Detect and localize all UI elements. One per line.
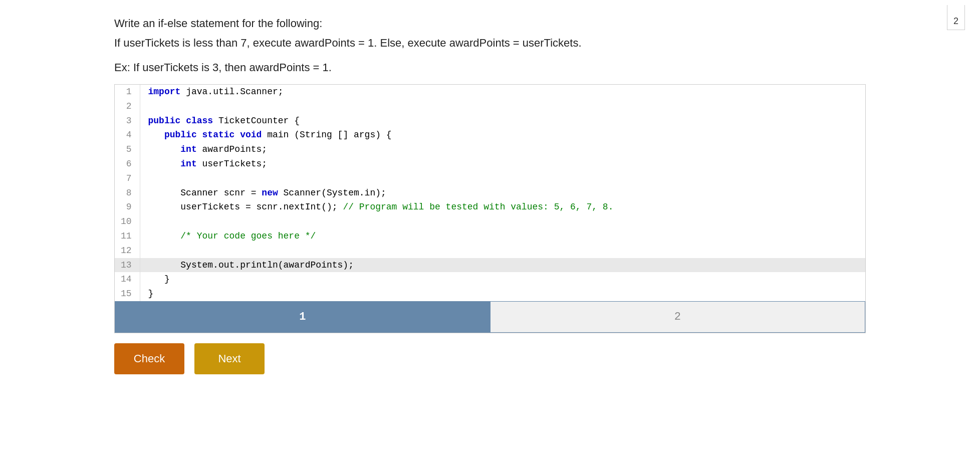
line-content: } bbox=[140, 272, 865, 287]
line-content: public static void main (String [] args)… bbox=[140, 128, 865, 142]
code-token bbox=[148, 231, 181, 241]
code-token: int bbox=[148, 144, 197, 154]
code-token: } bbox=[148, 289, 154, 299]
table-row: 2 bbox=[115, 99, 865, 114]
line-content: public class TicketCounter { bbox=[140, 114, 865, 128]
table-row: 14 } bbox=[115, 272, 865, 287]
line-content: import java.util.Scanner; bbox=[140, 85, 865, 99]
line-number: 7 bbox=[115, 171, 140, 186]
editor-tabs: 1 2 bbox=[115, 301, 865, 333]
line-content bbox=[140, 214, 865, 229]
line-content bbox=[140, 99, 865, 114]
table-row: 8 Scanner scnr = new Scanner(System.in); bbox=[115, 186, 865, 200]
code-token: static bbox=[202, 130, 235, 140]
line-number: 1 bbox=[115, 85, 140, 99]
code-token: new bbox=[262, 188, 278, 198]
line-number: 13 bbox=[115, 258, 140, 273]
code-token: public bbox=[148, 130, 197, 140]
code-token: public bbox=[148, 116, 181, 126]
code-table: 1import java.util.Scanner;2 3public clas… bbox=[115, 85, 865, 301]
buttons-row: Check Next bbox=[114, 343, 866, 374]
code-token: /* Your code goes here */ bbox=[180, 231, 316, 241]
table-row: 11 /* Your code goes here */ bbox=[115, 229, 865, 244]
page-number-badge: 2 bbox=[947, 5, 965, 30]
next-button[interactable]: Next bbox=[194, 343, 265, 374]
line-number: 14 bbox=[115, 272, 140, 287]
line-content: } bbox=[140, 287, 865, 301]
tab-1-label: 1 bbox=[299, 311, 306, 323]
tab-1[interactable]: 1 bbox=[115, 302, 490, 332]
code-token: java.util.Scanner; bbox=[186, 87, 283, 97]
code-token: Scanner(System.in); bbox=[278, 188, 386, 198]
code-token: int bbox=[148, 159, 197, 169]
table-row: 9 userTickets = scnr.nextInt(); // Progr… bbox=[115, 200, 865, 214]
line-number: 4 bbox=[115, 128, 140, 142]
code-token bbox=[234, 130, 240, 140]
table-row: 15} bbox=[115, 287, 865, 301]
line-content bbox=[140, 171, 865, 186]
page-container: 2 Write an if-else statement for the fol… bbox=[114, 10, 866, 374]
code-token: System.out.println(awardPoints); bbox=[148, 260, 354, 270]
table-row: 1import java.util.Scanner; bbox=[115, 85, 865, 99]
line-number: 9 bbox=[115, 200, 140, 214]
line-number: 11 bbox=[115, 229, 140, 244]
code-token: userTickets = scnr.nextInt(); bbox=[148, 202, 343, 212]
code-token: import bbox=[148, 87, 186, 97]
line-number: 6 bbox=[115, 157, 140, 171]
code-token: [] bbox=[338, 130, 349, 140]
line-content: System.out.println(awardPoints); bbox=[140, 258, 865, 273]
tab-2-label: 2 bbox=[674, 311, 681, 323]
line-number: 5 bbox=[115, 142, 140, 157]
table-row: 7 bbox=[115, 171, 865, 186]
table-row: 4 public static void main (String [] arg… bbox=[115, 128, 865, 142]
code-token bbox=[180, 116, 186, 126]
check-button[interactable]: Check bbox=[114, 343, 184, 374]
line-number: 12 bbox=[115, 244, 140, 258]
table-row: 10 bbox=[115, 214, 865, 229]
table-row: 12 bbox=[115, 244, 865, 258]
line-number: 8 bbox=[115, 186, 140, 200]
line-number: 2 bbox=[115, 99, 140, 114]
code-token: main (String bbox=[262, 130, 337, 140]
code-token: TicketCounter { bbox=[213, 116, 300, 126]
code-token: awardPoints; bbox=[197, 144, 267, 154]
table-row: 5 int awardPoints; bbox=[115, 142, 865, 157]
example-text: Ex: If userTickets is 3, then awardPoint… bbox=[114, 61, 866, 74]
line-number: 10 bbox=[115, 214, 140, 229]
code-token: args) { bbox=[348, 130, 391, 140]
question-line2: If userTickets is less than 7, execute a… bbox=[114, 35, 866, 51]
code-token: Scanner scnr = bbox=[148, 188, 262, 198]
table-row: 6 int userTickets; bbox=[115, 157, 865, 171]
tab-2[interactable]: 2 bbox=[490, 302, 865, 332]
line-content: int userTickets; bbox=[140, 157, 865, 171]
code-editor[interactable]: 1import java.util.Scanner;2 3public clas… bbox=[114, 84, 866, 333]
question-line1: Write an if-else statement for the follo… bbox=[114, 15, 866, 32]
code-token: } bbox=[148, 274, 170, 284]
line-content: userTickets = scnr.nextInt(); // Program… bbox=[140, 200, 865, 214]
code-token: // Program will be tested with values: 5… bbox=[343, 202, 613, 212]
line-number: 15 bbox=[115, 287, 140, 301]
line-content: /* Your code goes here */ bbox=[140, 229, 865, 244]
line-number: 3 bbox=[115, 114, 140, 128]
code-token: class bbox=[186, 116, 213, 126]
table-row: 3public class TicketCounter { bbox=[115, 114, 865, 128]
code-token: userTickets; bbox=[197, 159, 267, 169]
code-token: void bbox=[240, 130, 262, 140]
line-content: Scanner scnr = new Scanner(System.in); bbox=[140, 186, 865, 200]
page-number: 2 bbox=[953, 16, 958, 27]
line-content: int awardPoints; bbox=[140, 142, 865, 157]
table-row: 13 System.out.println(awardPoints); bbox=[115, 258, 865, 273]
line-content bbox=[140, 244, 865, 258]
code-token bbox=[197, 130, 202, 140]
